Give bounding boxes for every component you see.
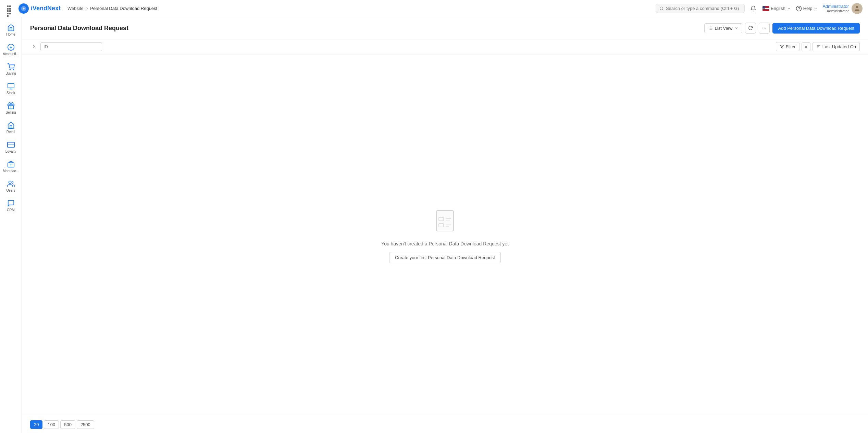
stock-icon [7, 82, 15, 90]
chevron-down-icon [787, 7, 791, 11]
help-button[interactable]: Help [796, 5, 818, 12]
page-size-500[interactable]: 500 [60, 420, 75, 429]
logo-link[interactable]: iVendNext [18, 3, 61, 14]
sidebar-item-buying[interactable]: Buying [1, 60, 21, 78]
id-filter-input[interactable] [40, 42, 102, 51]
sidebar-label-accounting: Accounti... [3, 52, 19, 56]
filter-icon [780, 44, 784, 49]
sort-button[interactable]: Last Updated On [813, 42, 860, 51]
home-icon [7, 24, 15, 31]
filter-label: Filter [786, 44, 796, 49]
filter-button[interactable]: Filter [776, 42, 799, 51]
page-size-100[interactable]: 100 [44, 420, 59, 429]
buying-icon [7, 63, 15, 71]
svg-rect-11 [8, 84, 14, 88]
list-view-label: List View [715, 26, 733, 31]
pagination: 20 100 500 2500 [22, 416, 868, 433]
bell-icon [750, 5, 756, 12]
filter-left [30, 42, 102, 51]
svg-point-1 [660, 7, 663, 10]
sidebar-item-stock[interactable]: Stock [1, 80, 21, 98]
sort-icon [816, 44, 821, 49]
refresh-button[interactable] [745, 23, 756, 34]
logo-icon [18, 3, 29, 14]
sidebar-item-accounting[interactable]: Accounti... [1, 41, 21, 59]
sidebar-label-manufacturing: Manufac... [3, 169, 19, 173]
user-role: Administrator [822, 9, 849, 13]
svg-point-9 [10, 69, 10, 70]
page-header: Personal Data Download Request List View [22, 17, 868, 39]
empty-state: You haven't created a Personal Data Down… [22, 54, 868, 416]
svg-rect-41 [439, 224, 444, 227]
dots-icon [762, 26, 767, 30]
avatar [852, 3, 863, 14]
navbar: iVendNext Website > Personal Data Downlo… [0, 0, 868, 17]
search-bar[interactable] [656, 4, 745, 13]
user-info: Administrator Administrator [822, 4, 849, 13]
chevron-down-list-icon [734, 26, 739, 30]
user-name: Administrator [822, 4, 849, 9]
refresh-icon [748, 26, 753, 30]
flag-icon [762, 6, 769, 11]
sidebar-label-buying: Buying [5, 72, 16, 76]
page-size-2500[interactable]: 2500 [77, 420, 94, 429]
sidebar-label-retail: Retail [7, 130, 15, 134]
help-circle-icon [796, 5, 802, 12]
close-icon [804, 45, 808, 49]
sidebar-label-users: Users [6, 189, 15, 193]
list-view-button[interactable]: List View [704, 23, 743, 33]
sidebar-label-crm: CRM [7, 208, 15, 212]
breadcrumb-separator: > [86, 6, 88, 11]
selling-icon [7, 102, 15, 110]
crm-icon [7, 200, 15, 207]
last-updated-label: Last Updated On [822, 44, 856, 49]
svg-point-5 [856, 6, 858, 8]
sidebar-item-retail[interactable]: Retail [1, 119, 21, 137]
sidebar-label-home: Home [6, 33, 15, 37]
help-label: Help [803, 6, 813, 11]
accounting-icon [7, 43, 15, 51]
logo-text: iVendNext [31, 5, 61, 12]
navbar-actions: English Help Administrator Administrator [749, 3, 863, 14]
svg-point-20 [9, 181, 11, 183]
sidebar-item-manufacturing[interactable]: Manufac... [1, 158, 21, 176]
breadcrumb-current: Personal Data Download Request [90, 6, 157, 11]
more-options-button[interactable] [759, 23, 770, 34]
manufacturing-icon [7, 161, 15, 168]
svg-point-29 [763, 28, 763, 28]
search-input[interactable] [666, 6, 741, 11]
language-button[interactable]: English [762, 6, 791, 11]
loyalty-icon [7, 141, 15, 149]
page-title: Personal Data Download Request [30, 25, 128, 32]
svg-rect-14 [10, 125, 12, 128]
breadcrumb-parent[interactable]: Website [67, 6, 84, 11]
sidebar-label-selling: Selling [5, 111, 16, 115]
apps-grid-button[interactable] [5, 4, 14, 13]
sidebar-item-selling[interactable]: Selling [1, 99, 21, 117]
header-actions: List View Add Personal Data Download Req… [704, 23, 860, 34]
svg-rect-38 [439, 217, 444, 221]
svg-marker-30 [780, 45, 784, 49]
sidebar-item-users[interactable]: Users [1, 177, 21, 195]
breadcrumb: Website > Personal Data Download Request [67, 6, 157, 11]
sidebar-item-loyalty[interactable]: Loyalty [1, 138, 21, 156]
add-button[interactable]: Add Personal Data Download Request [772, 23, 860, 34]
sidebar-item-home[interactable]: Home [1, 21, 21, 39]
create-first-button[interactable]: Create your first Personal Data Download… [389, 252, 501, 263]
svg-point-10 [13, 69, 14, 70]
language-label: English [771, 6, 785, 11]
user-menu[interactable]: Administrator Administrator [822, 3, 863, 14]
collapse-button[interactable] [30, 43, 38, 50]
notifications-button[interactable] [749, 4, 758, 13]
filter-right: Filter Last Updated On [776, 42, 860, 51]
filter-bar: Filter Last Updated On [22, 39, 868, 54]
svg-line-2 [662, 9, 663, 10]
retail-icon [7, 122, 15, 129]
clear-filter-button[interactable] [802, 42, 810, 51]
svg-point-27 [764, 28, 765, 28]
main-content: Personal Data Download Request List View [22, 17, 868, 433]
sidebar: Home Accounti... Buying Stock Selling R [0, 17, 22, 433]
empty-message: You haven't created a Personal Data Down… [381, 241, 509, 246]
sidebar-item-crm[interactable]: CRM [1, 197, 21, 215]
page-size-20[interactable]: 20 [30, 420, 42, 429]
